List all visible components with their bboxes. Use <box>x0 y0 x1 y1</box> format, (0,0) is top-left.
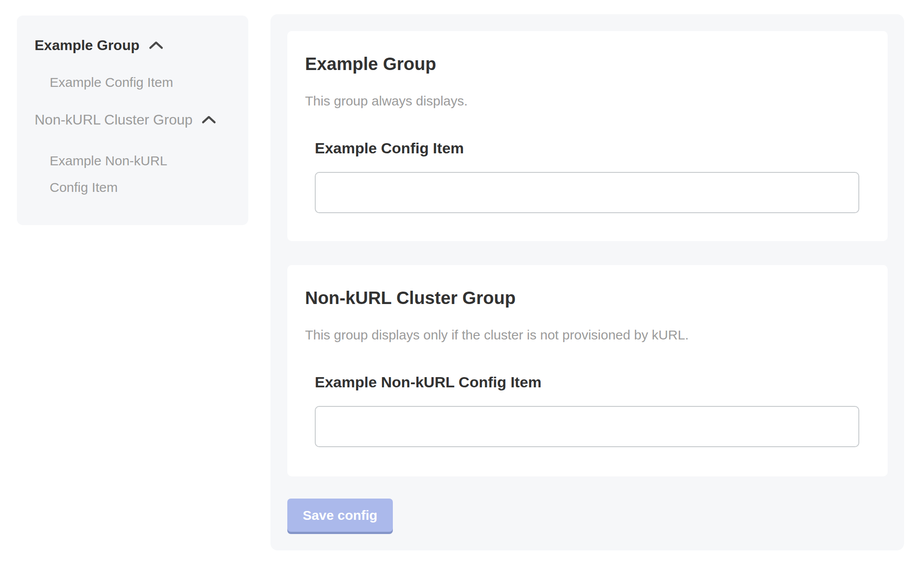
config-item-block: Example Non-kURL Config Item <box>315 372 870 447</box>
group-description: This group displays only if the cluster … <box>305 326 870 344</box>
sidebar-item-example-config-item[interactable]: Example Config Item <box>50 73 231 92</box>
example-config-item-input[interactable] <box>315 172 859 213</box>
config-item-label: Example Non-kURL Config Item <box>315 372 870 392</box>
config-nav-sidebar: Example Group Example Config Item Non-kU… <box>17 16 248 225</box>
sidebar-item-example-non-kurl-config-item[interactable]: Example Non-kURL Config Item <box>50 148 196 201</box>
group-description: This group always displays. <box>305 92 870 110</box>
config-group-card-non-kurl-cluster-group: Non-kURL Cluster Group This group displa… <box>287 265 888 476</box>
chevron-up-icon[interactable] <box>201 115 216 125</box>
group-title: Example Group <box>305 52 870 75</box>
save-config-button[interactable]: Save config <box>287 499 393 532</box>
config-item-block: Example Config Item <box>315 138 870 213</box>
config-group-card-example-group: Example Group This group always displays… <box>287 31 888 241</box>
sidebar-group-example-group[interactable]: Example Group <box>35 36 231 55</box>
sidebar-group-label: Non-kURL Cluster Group <box>35 110 192 129</box>
sidebar-group-label: Example Group <box>35 36 140 55</box>
config-main-panel: Example Group This group always displays… <box>270 14 904 550</box>
example-non-kurl-config-item-input[interactable] <box>315 406 859 447</box>
sidebar-group-non-kurl-cluster-group[interactable]: Non-kURL Cluster Group <box>35 110 231 129</box>
config-item-label: Example Config Item <box>315 138 870 158</box>
group-title: Non-kURL Cluster Group <box>305 286 870 309</box>
chevron-up-icon[interactable] <box>149 40 164 50</box>
